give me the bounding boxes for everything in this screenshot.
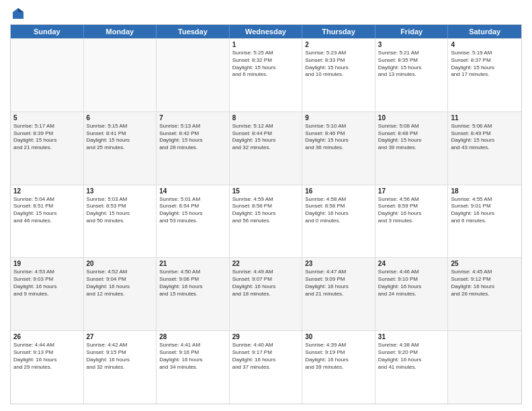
cal-cell-4-3: 29Sunrise: 4:40 AM Sunset: 9:17 PM Dayli…	[230, 331, 303, 404]
cell-info: Sunrise: 5:10 AM Sunset: 8:46 PM Dayligh…	[305, 123, 372, 152]
calendar: SundayMondayTuesdayWednesdayThursdayFrid…	[10, 24, 522, 404]
cell-info: Sunrise: 4:50 AM Sunset: 9:06 PM Dayligh…	[159, 269, 226, 298]
cell-info: Sunrise: 5:04 AM Sunset: 8:51 PM Dayligh…	[13, 196, 81, 225]
calendar-row-4: 26Sunrise: 4:44 AM Sunset: 9:13 PM Dayli…	[11, 330, 521, 404]
cal-cell-0-6: 4Sunrise: 5:19 AM Sunset: 8:37 PM Daylig…	[448, 39, 521, 111]
cell-info: Sunrise: 4:58 AM Sunset: 8:58 PM Dayligh…	[305, 196, 372, 225]
calendar-row-2: 12Sunrise: 5:04 AM Sunset: 8:51 PM Dayli…	[11, 185, 521, 258]
calendar-header: SundayMondayTuesdayWednesdayThursdayFrid…	[11, 25, 521, 38]
cell-info: Sunrise: 4:55 AM Sunset: 9:01 PM Dayligh…	[451, 196, 519, 225]
cal-cell-1-5: 10Sunrise: 5:08 AM Sunset: 8:48 PM Dayli…	[375, 112, 449, 185]
header-day-tuesday: Tuesday	[157, 25, 230, 38]
cell-info: Sunrise: 5:06 AM Sunset: 8:49 PM Dayligh…	[451, 123, 519, 152]
cal-cell-3-5: 24Sunrise: 4:46 AM Sunset: 9:10 PM Dayli…	[375, 258, 449, 330]
cell-info: Sunrise: 4:38 AM Sunset: 9:20 PM Dayligh…	[378, 342, 445, 371]
cal-cell-0-4: 2Sunrise: 5:23 AM Sunset: 8:33 PM Daylig…	[302, 39, 375, 111]
day-number: 26	[13, 333, 81, 340]
day-number: 5	[13, 114, 81, 122]
day-number: 2	[305, 41, 372, 48]
cell-info: Sunrise: 4:47 AM Sunset: 9:09 PM Dayligh…	[305, 269, 372, 298]
cal-cell-0-1	[84, 39, 157, 111]
day-number: 1	[232, 41, 300, 48]
day-number: 22	[232, 260, 300, 267]
logo	[10, 7, 26, 20]
day-number: 13	[87, 187, 154, 195]
cell-info: Sunrise: 5:13 AM Sunset: 8:42 PM Dayligh…	[159, 123, 226, 152]
cal-cell-1-1: 6Sunrise: 5:15 AM Sunset: 8:41 PM Daylig…	[84, 112, 157, 185]
day-number: 15	[232, 187, 300, 195]
day-number: 4	[451, 41, 519, 48]
calendar-row-3: 19Sunrise: 4:53 AM Sunset: 9:03 PM Dayli…	[11, 257, 521, 330]
header-day-wednesday: Wednesday	[230, 25, 303, 38]
day-number: 9	[305, 114, 372, 122]
calendar-body: 1Sunrise: 5:25 AM Sunset: 8:32 PM Daylig…	[11, 38, 521, 404]
cal-cell-1-3: 8Sunrise: 5:12 AM Sunset: 8:44 PM Daylig…	[230, 112, 303, 185]
calendar-row-1: 5Sunrise: 5:17 AM Sunset: 8:39 PM Daylig…	[11, 111, 521, 185]
cal-cell-3-3: 22Sunrise: 4:49 AM Sunset: 9:07 PM Dayli…	[230, 258, 303, 330]
cal-cell-0-0	[11, 39, 84, 111]
cal-cell-3-1: 20Sunrise: 4:52 AM Sunset: 9:04 PM Dayli…	[84, 258, 157, 330]
cell-info: Sunrise: 4:59 AM Sunset: 8:56 PM Dayligh…	[232, 196, 300, 225]
cell-info: Sunrise: 4:42 AM Sunset: 9:15 PM Dayligh…	[87, 342, 154, 371]
day-number: 23	[305, 260, 372, 267]
day-number: 27	[87, 333, 154, 340]
cal-cell-4-0: 26Sunrise: 4:44 AM Sunset: 9:13 PM Dayli…	[11, 331, 84, 404]
cell-info: Sunrise: 4:56 AM Sunset: 8:59 PM Dayligh…	[378, 196, 445, 225]
cell-info: Sunrise: 5:19 AM Sunset: 8:37 PM Dayligh…	[451, 50, 519, 79]
day-number: 21	[159, 260, 226, 267]
cal-cell-3-2: 21Sunrise: 4:50 AM Sunset: 9:06 PM Dayli…	[157, 258, 230, 330]
header-day-monday: Monday	[84, 25, 157, 38]
day-number: 6	[87, 114, 154, 122]
day-number: 19	[13, 260, 81, 267]
header-day-sunday: Sunday	[11, 25, 84, 38]
cell-info: Sunrise: 5:21 AM Sunset: 8:35 PM Dayligh…	[378, 50, 445, 79]
day-number: 14	[159, 187, 226, 195]
svg-marker-1	[18, 8, 24, 12]
cal-cell-0-2	[157, 39, 230, 111]
cell-info: Sunrise: 4:46 AM Sunset: 9:10 PM Dayligh…	[378, 269, 445, 298]
logo-icon	[11, 7, 25, 20]
day-number: 12	[13, 187, 81, 195]
day-number: 28	[159, 333, 226, 340]
cell-info: Sunrise: 5:01 AM Sunset: 8:54 PM Dayligh…	[159, 196, 226, 225]
cell-info: Sunrise: 5:25 AM Sunset: 8:32 PM Dayligh…	[232, 50, 300, 79]
cell-info: Sunrise: 5:03 AM Sunset: 8:53 PM Dayligh…	[87, 196, 154, 225]
cell-info: Sunrise: 4:45 AM Sunset: 9:12 PM Dayligh…	[451, 269, 519, 298]
cal-cell-1-2: 7Sunrise: 5:13 AM Sunset: 8:42 PM Daylig…	[157, 112, 230, 185]
cal-cell-2-3: 15Sunrise: 4:59 AM Sunset: 8:56 PM Dayli…	[230, 185, 303, 258]
cal-cell-4-5: 31Sunrise: 4:38 AM Sunset: 9:20 PM Dayli…	[375, 331, 449, 404]
cal-cell-1-4: 9Sunrise: 5:10 AM Sunset: 8:46 PM Daylig…	[302, 112, 375, 185]
cal-cell-0-3: 1Sunrise: 5:25 AM Sunset: 8:32 PM Daylig…	[230, 39, 303, 111]
cal-cell-2-6: 18Sunrise: 4:55 AM Sunset: 9:01 PM Dayli…	[448, 185, 521, 258]
cell-info: Sunrise: 5:17 AM Sunset: 8:39 PM Dayligh…	[13, 123, 81, 152]
cell-info: Sunrise: 4:49 AM Sunset: 9:07 PM Dayligh…	[232, 269, 300, 298]
day-number: 7	[159, 114, 226, 122]
cal-cell-2-0: 12Sunrise: 5:04 AM Sunset: 8:51 PM Dayli…	[11, 185, 84, 258]
cell-info: Sunrise: 5:15 AM Sunset: 8:41 PM Dayligh…	[87, 123, 154, 152]
page: SundayMondayTuesdayWednesdayThursdayFrid…	[0, 0, 532, 411]
day-number: 31	[378, 333, 445, 340]
cell-info: Sunrise: 5:23 AM Sunset: 8:33 PM Dayligh…	[305, 50, 372, 79]
cal-cell-2-5: 17Sunrise: 4:56 AM Sunset: 8:59 PM Dayli…	[375, 185, 449, 258]
day-number: 29	[232, 333, 300, 340]
cell-info: Sunrise: 5:08 AM Sunset: 8:48 PM Dayligh…	[378, 123, 445, 152]
cal-cell-1-6: 11Sunrise: 5:06 AM Sunset: 8:49 PM Dayli…	[448, 112, 521, 185]
cal-cell-4-1: 27Sunrise: 4:42 AM Sunset: 9:15 PM Dayli…	[84, 331, 157, 404]
cal-cell-2-1: 13Sunrise: 5:03 AM Sunset: 8:53 PM Dayli…	[84, 185, 157, 258]
header-day-thursday: Thursday	[302, 25, 375, 38]
cal-cell-3-0: 19Sunrise: 4:53 AM Sunset: 9:03 PM Dayli…	[11, 258, 84, 330]
cell-info: Sunrise: 4:40 AM Sunset: 9:17 PM Dayligh…	[232, 342, 300, 371]
cell-info: Sunrise: 4:44 AM Sunset: 9:13 PM Dayligh…	[13, 342, 81, 371]
cal-cell-4-2: 28Sunrise: 4:41 AM Sunset: 9:16 PM Dayli…	[157, 331, 230, 404]
header-day-friday: Friday	[375, 25, 449, 38]
cal-cell-4-6	[448, 331, 521, 404]
cell-info: Sunrise: 4:53 AM Sunset: 9:03 PM Dayligh…	[13, 269, 81, 298]
cal-cell-4-4: 30Sunrise: 4:39 AM Sunset: 9:19 PM Dayli…	[302, 331, 375, 404]
day-number: 17	[378, 187, 445, 195]
cal-cell-3-4: 23Sunrise: 4:47 AM Sunset: 9:09 PM Dayli…	[302, 258, 375, 330]
cell-info: Sunrise: 5:12 AM Sunset: 8:44 PM Dayligh…	[232, 123, 300, 152]
header-day-saturday: Saturday	[448, 25, 521, 38]
day-number: 30	[305, 333, 372, 340]
day-number: 10	[378, 114, 445, 122]
cell-info: Sunrise: 4:41 AM Sunset: 9:16 PM Dayligh…	[159, 342, 226, 371]
